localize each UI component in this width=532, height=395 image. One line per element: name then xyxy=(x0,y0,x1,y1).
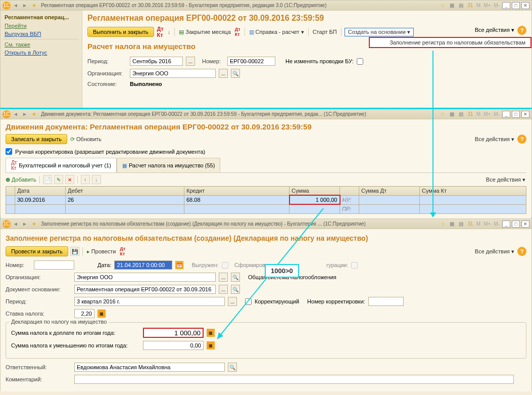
date-input-3[interactable] xyxy=(114,260,172,270)
all-actions-2[interactable]: Все действия ▾ xyxy=(474,136,515,143)
tab-property-tax[interactable]: ▦Расчет налога на имущество (55) xyxy=(117,158,220,172)
period-input-3[interactable] xyxy=(74,297,225,306)
period-dots[interactable]: ... xyxy=(186,57,195,66)
corr-checkbox[interactable] xyxy=(245,298,252,305)
cell-credit[interactable]: 68.08 xyxy=(184,195,289,204)
create-basis-dropdown[interactable]: Создать на основании ▾ xyxy=(345,28,414,36)
number-input-3[interactable] xyxy=(34,260,74,270)
calendar-icon[interactable]: 31 xyxy=(466,110,474,118)
rate-input[interactable] xyxy=(74,309,94,318)
sum-doplata-input[interactable] xyxy=(143,328,204,338)
manual-checkbox[interactable] xyxy=(6,148,12,155)
minimize-icon[interactable]: _ xyxy=(502,2,510,9)
star-icon[interactable]: ☆ xyxy=(439,220,447,228)
org-search[interactable]: 🔍 xyxy=(231,69,240,78)
post-button[interactable]: ▸Провести xyxy=(86,248,117,255)
nav-fwd-icon[interactable]: ► xyxy=(21,2,29,10)
all-actions-3[interactable]: Все действия ▾ xyxy=(474,248,515,255)
post-close-button[interactable]: Провести и закрыть xyxy=(6,246,68,256)
m-minus-btn[interactable]: M- xyxy=(493,3,501,8)
start-bp-btn[interactable]: Старт БП xyxy=(312,29,338,35)
maximize-icon[interactable]: □ xyxy=(512,111,520,118)
spravka-btn[interactable]: ▥Справка - расчет ▾ xyxy=(248,29,305,35)
move-up-icon[interactable]: ↑ xyxy=(81,175,90,184)
nav-back-icon[interactable]: ◄ xyxy=(12,110,20,118)
calendar-icon[interactable]: 31 xyxy=(466,2,474,10)
period-input[interactable] xyxy=(130,57,183,66)
number-input[interactable] xyxy=(227,57,275,66)
grid-icon[interactable]: ▦ xyxy=(448,2,456,10)
sidebar-link-lotus[interactable]: Открыть в Лотус xyxy=(2,49,81,57)
sum-doplata-calc-icon[interactable]: ▦ xyxy=(207,329,215,337)
resp-search[interactable]: 🔍 xyxy=(228,363,237,372)
nav-back-icon[interactable]: ◄ xyxy=(12,2,20,10)
close-icon[interactable]: ✕ xyxy=(521,111,529,118)
down-arrow-icon[interactable]: ↓ xyxy=(167,29,172,35)
exec-close-button[interactable]: Выполнить и закрыть xyxy=(87,27,154,37)
favorite-icon[interactable]: ★ xyxy=(30,110,38,118)
org-search-3[interactable]: 🔍 xyxy=(231,273,240,282)
sum-umen-calc-icon[interactable]: ▦ xyxy=(207,341,215,349)
grid-icon[interactable]: ▦ xyxy=(448,220,456,228)
m-plus-btn[interactable]: M+ xyxy=(482,3,492,8)
close-icon[interactable]: ✕ xyxy=(521,2,529,9)
star-icon[interactable]: ☆ xyxy=(439,2,447,10)
cell-sum[interactable]: 1 000,00 xyxy=(289,195,340,204)
resp-input[interactable] xyxy=(74,363,225,372)
all-actions-1[interactable]: Все действия ▾ xyxy=(475,27,514,33)
cell-debit[interactable]: 26 xyxy=(66,195,184,204)
move-down-icon[interactable]: ↓ xyxy=(92,175,101,184)
m-plus-btn[interactable]: M+ xyxy=(482,111,492,117)
refresh-btn[interactable]: ⟳ Обновить xyxy=(69,136,103,143)
docbasis-search[interactable]: 🔍 xyxy=(231,285,240,294)
calendar-icon[interactable]: 31 xyxy=(466,220,474,228)
dtkt-icon[interactable]: ДтКт xyxy=(156,26,165,38)
minimize-icon[interactable]: _ xyxy=(502,221,510,228)
docbasis-dots[interactable]: ... xyxy=(219,285,228,294)
help-icon[interactable]: ? xyxy=(517,26,526,35)
rate-calc-icon[interactable]: ▦ xyxy=(98,310,106,318)
calc-icon[interactable]: ▤ xyxy=(457,2,465,10)
m-btn[interactable]: M xyxy=(475,221,481,227)
close-icon[interactable]: ✕ xyxy=(521,221,529,228)
nav-back-icon[interactable]: ◄ xyxy=(12,220,20,228)
add-button[interactable]: ⊕Добавить xyxy=(6,177,36,183)
edit-icon[interactable]: ✎ xyxy=(54,175,63,184)
docbasis-input[interactable] xyxy=(74,285,216,294)
calc-icon[interactable]: ▤ xyxy=(457,220,465,228)
maximize-icon[interactable]: □ xyxy=(512,2,520,9)
all-actions-grid[interactable]: Все действия ▾ xyxy=(485,177,526,183)
calendar-icon-3[interactable]: 📅 xyxy=(175,261,183,269)
cell-date[interactable]: 30.09.2016 xyxy=(15,195,66,204)
movements-grid[interactable]: Дата Дебет Кредит Сумма Сумма Дт Сумма К… xyxy=(6,186,526,214)
close-month-btn[interactable]: ▤Закрытие месяца xyxy=(178,29,232,35)
tab-accounting[interactable]: ДтКтБухгалтерский и налоговый учет (1) xyxy=(6,158,117,172)
period-dots-3[interactable]: ... xyxy=(228,297,237,306)
create-basis-menu-item[interactable]: Заполнение регистра по налоговым обязате… xyxy=(369,37,531,48)
comment-input[interactable] xyxy=(74,375,514,384)
delete-icon[interactable]: ✕ xyxy=(65,175,74,184)
m-minus-btn[interactable]: M- xyxy=(493,111,501,117)
save-close-button[interactable]: Записать и закрыть xyxy=(6,134,67,144)
favorite-icon[interactable]: ★ xyxy=(30,2,38,10)
org-input-3[interactable] xyxy=(74,273,216,282)
copy-icon[interactable]: 📄 xyxy=(43,175,52,184)
m-plus-btn[interactable]: M+ xyxy=(482,221,492,227)
org-input[interactable] xyxy=(130,69,216,78)
calc-icon[interactable]: ▤ xyxy=(457,110,465,118)
m-btn[interactable]: M xyxy=(475,3,481,8)
help-icon-2[interactable]: ? xyxy=(517,135,526,144)
nav-fwd-icon[interactable]: ► xyxy=(21,220,29,228)
nav-fwd-icon[interactable]: ► xyxy=(21,110,29,118)
sidebar-link-vygruzka[interactable]: Выгрузка ВБП xyxy=(2,30,81,38)
org-dots[interactable]: ... xyxy=(219,69,228,78)
save-icon[interactable]: 💾 xyxy=(70,247,79,256)
dtkt-icon-2[interactable]: ДтКт xyxy=(234,27,241,37)
help-icon-3[interactable]: ? xyxy=(517,247,526,256)
maximize-icon[interactable]: □ xyxy=(512,221,520,228)
favorite-icon[interactable]: ★ xyxy=(30,220,38,228)
sum-umen-input[interactable] xyxy=(143,341,204,350)
m-minus-btn[interactable]: M- xyxy=(493,221,501,227)
star-icon[interactable]: ☆ xyxy=(439,110,447,118)
nochange-checkbox[interactable] xyxy=(357,58,363,65)
